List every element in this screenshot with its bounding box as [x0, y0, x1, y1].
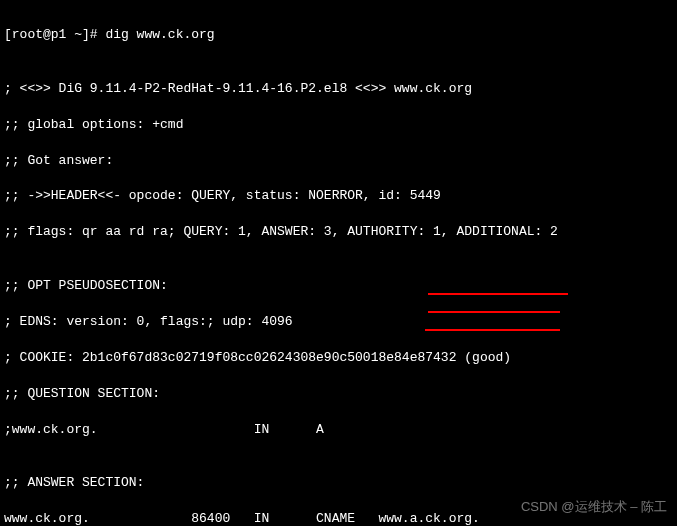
header-opcode-line: ;; ->>HEADER<<- opcode: QUERY, status: N…	[4, 187, 673, 205]
got-answer-line: ;; Got answer:	[4, 152, 673, 170]
terminal-output: [root@p1 ~]# dig www.ck.org ; <<>> DiG 9…	[4, 8, 673, 526]
opt-section-title: ;; OPT PSEUDOSECTION:	[4, 277, 673, 295]
flags-line: ;; flags: qr aa rd ra; QUERY: 1, ANSWER:…	[4, 223, 673, 241]
question-section-title: ;; QUESTION SECTION:	[4, 385, 673, 403]
highlight-underline-cname	[428, 293, 568, 295]
watermark-text: CSDN @运维技术 – 陈工	[521, 498, 667, 516]
dig-version-line: ; <<>> DiG 9.11.4-P2-RedHat-9.11.4-16.P2…	[4, 80, 673, 98]
highlight-underline-ip1	[428, 311, 560, 313]
cookie-line: ; COOKIE: 2b1c0f67d83c02719f08cc02624308…	[4, 349, 673, 367]
command-prompt: [root@p1 ~]# dig www.ck.org	[4, 26, 673, 44]
answer-section-title: ;; ANSWER SECTION:	[4, 474, 673, 492]
global-options-line: ;; global options: +cmd	[4, 116, 673, 134]
question-record: ;www.ck.org. IN A	[4, 421, 673, 439]
edns-line: ; EDNS: version: 0, flags:; udp: 4096	[4, 313, 673, 331]
highlight-underline-ip2	[425, 329, 560, 331]
